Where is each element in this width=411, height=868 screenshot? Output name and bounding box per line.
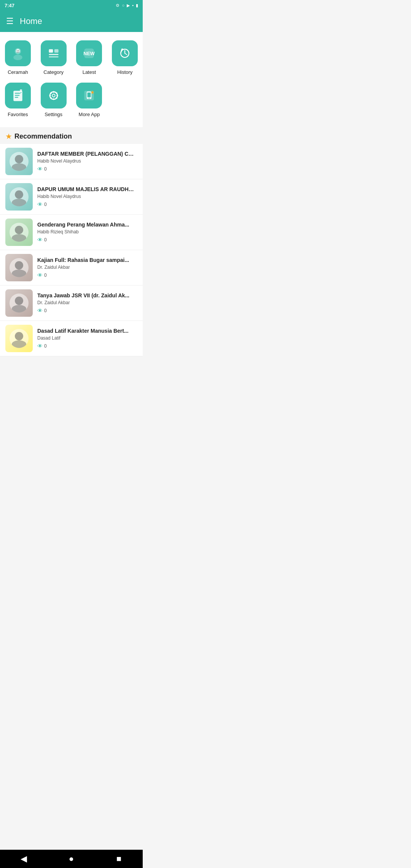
view-count-2: 0 — [44, 202, 47, 207]
item-meta-2: 👁 0 — [37, 201, 137, 207]
item-info-4: Kajian Full: Rahasia Bugar sampai... Dr.… — [37, 257, 137, 278]
avatar-face-6 — [10, 329, 29, 348]
avatar-face-2 — [10, 187, 29, 206]
status-time: 7:47 — [5, 3, 14, 8]
list-item[interactable]: Kajian Full: Rahasia Bugar sampai... Dr.… — [0, 250, 143, 286]
item-info-5: Tanya Jawab JSR VII (dr. Zaidul Ak... Dr… — [37, 292, 137, 314]
history-icon — [118, 46, 132, 60]
play-icon: ▶ — [127, 3, 130, 8]
item-info-6: Dasad Latif Karakter Manusia Bert... Das… — [37, 328, 137, 349]
view-count-5: 0 — [44, 308, 47, 313]
favorites-icon — [11, 89, 25, 102]
back-button[interactable]: ◀ — [14, 850, 33, 868]
grid-item-ceramah[interactable]: Ceramah — [0, 37, 36, 79]
menu-icon[interactable]: ☰ — [6, 16, 14, 26]
moreapp-icon-wrap — [76, 83, 102, 108]
eye-icon-1: 👁 — [37, 166, 43, 172]
svg-text:NEW: NEW — [84, 51, 95, 56]
settings-icon-wrap — [41, 83, 67, 108]
list-item[interactable]: DAFTAR MEMBER (PELANGGAN) CHA... Habib N… — [0, 144, 143, 179]
battery-icon: ▮ — [136, 3, 138, 8]
item-title-6: Dasad Latif Karakter Manusia Bert... — [37, 328, 137, 334]
svg-point-2 — [13, 55, 22, 60]
item-author-1: Habib Novel Alaydrus — [37, 158, 137, 164]
item-meta-4: 👁 0 — [37, 272, 137, 278]
category-icon — [47, 46, 61, 60]
item-info-3: Genderang Perang Melawan Ahma... Habib R… — [37, 222, 137, 243]
svg-rect-16 — [15, 95, 20, 96]
item-title-2: DAPUR UMUM MAJELIS AR RAUDHAH... — [37, 186, 137, 192]
grid-item-moreapp[interactable]: More App — [72, 79, 107, 121]
svg-rect-9 — [49, 56, 58, 57]
ceramah-icon — [11, 46, 25, 60]
home-button[interactable]: ● — [62, 850, 81, 868]
item-author-2: Habib Novel Alaydrus — [37, 194, 137, 199]
thumbnail-1 — [5, 148, 33, 175]
grid-item-latest[interactable]: NEW Latest — [72, 37, 107, 79]
item-meta-1: 👁 0 — [37, 166, 137, 172]
section-title: Recommendation — [14, 132, 72, 140]
svg-rect-8 — [49, 54, 58, 55]
history-label: History — [117, 69, 132, 75]
item-author-3: Habib Rizieq Shihab — [37, 229, 137, 235]
item-meta-6: 👁 0 — [37, 343, 137, 349]
item-info-1: DAFTAR MEMBER (PELANGGAN) CHA... Habib N… — [37, 151, 137, 172]
item-title-5: Tanya Jawab JSR VII (dr. Zaidul Ak... — [37, 292, 137, 298]
ceramah-label: Ceramah — [8, 69, 28, 75]
grid-item-history[interactable]: History — [107, 37, 143, 79]
settings-status-icon: ⚙ — [116, 3, 119, 8]
list-item[interactable]: Tanya Jawab JSR VII (dr. Zaidul Ak... Dr… — [0, 286, 143, 321]
item-title-4: Kajian Full: Rahasia Bugar sampai... — [37, 257, 137, 263]
moreapp-label: More App — [79, 112, 100, 117]
favorites-icon-wrap — [5, 83, 31, 108]
recommendation-list: DAFTAR MEMBER (PELANGGAN) CHA... Habib N… — [0, 144, 143, 356]
grid-item-category[interactable]: Category — [36, 37, 72, 79]
svg-rect-23 — [53, 98, 54, 100]
item-title-1: DAFTAR MEMBER (PELANGGAN) CHA... — [37, 151, 137, 157]
category-label: Category — [43, 69, 64, 75]
favorites-label: Favorites — [8, 112, 28, 117]
eye-icon-4: 👁 — [37, 272, 43, 278]
status-bar: 7:47 ⚙ ○ ▶ • ▮ — [0, 0, 143, 11]
thumbnail-3 — [5, 219, 33, 246]
svg-rect-34 — [88, 93, 91, 97]
thumbnail-5 — [5, 289, 33, 317]
history-icon-wrap — [112, 40, 138, 66]
view-count-4: 0 — [44, 273, 47, 278]
svg-rect-17 — [15, 97, 18, 98]
view-count-6: 0 — [44, 343, 47, 349]
app-title: Home — [20, 16, 42, 26]
circle-icon: ○ — [122, 3, 124, 8]
status-icons: ⚙ ○ ▶ • ▮ — [116, 3, 138, 8]
moreapp-icon — [82, 89, 96, 102]
svg-point-4 — [17, 50, 18, 51]
item-meta-3: 👁 0 — [37, 237, 137, 243]
list-item[interactable]: Dasad Latif Karakter Manusia Bert... Das… — [0, 321, 143, 356]
grid-item-favorites[interactable]: Favorites — [0, 79, 36, 121]
recents-button[interactable]: ■ — [110, 850, 129, 868]
item-author-5: Dr. Zaidul Akbar — [37, 300, 137, 305]
eye-icon-2: 👁 — [37, 201, 43, 207]
grid-item-settings[interactable]: Settings — [36, 79, 72, 121]
ceramah-icon-wrap — [5, 40, 31, 66]
item-meta-5: 👁 0 — [37, 308, 137, 314]
list-item[interactable]: DAPUR UMUM MAJELIS AR RAUDHAH... Habib N… — [0, 179, 143, 215]
view-count-3: 0 — [44, 237, 47, 243]
latest-icon-wrap: NEW — [76, 40, 102, 66]
eye-icon-5: 👁 — [37, 308, 43, 314]
bottom-nav: ◀ ● ■ — [0, 850, 143, 868]
item-info-2: DAPUR UMUM MAJELIS AR RAUDHAH... Habib N… — [37, 186, 137, 207]
svg-rect-22 — [53, 91, 54, 93]
latest-icon: NEW — [82, 46, 96, 60]
item-author-4: Dr. Zaidul Akbar — [37, 265, 137, 270]
eye-icon-6: 👁 — [37, 343, 43, 349]
avatar-face-3 — [10, 223, 29, 242]
list-item[interactable]: Genderang Perang Melawan Ahma... Habib R… — [0, 215, 143, 250]
item-author-6: Dasad Latif — [37, 335, 137, 341]
svg-point-35 — [89, 98, 89, 99]
view-count-1: 0 — [44, 166, 47, 172]
dot-icon: • — [132, 3, 134, 8]
thumbnail-4 — [5, 254, 33, 281]
recommendation-header: ★ Recommendation — [0, 127, 143, 144]
star-icon: ★ — [5, 132, 12, 141]
